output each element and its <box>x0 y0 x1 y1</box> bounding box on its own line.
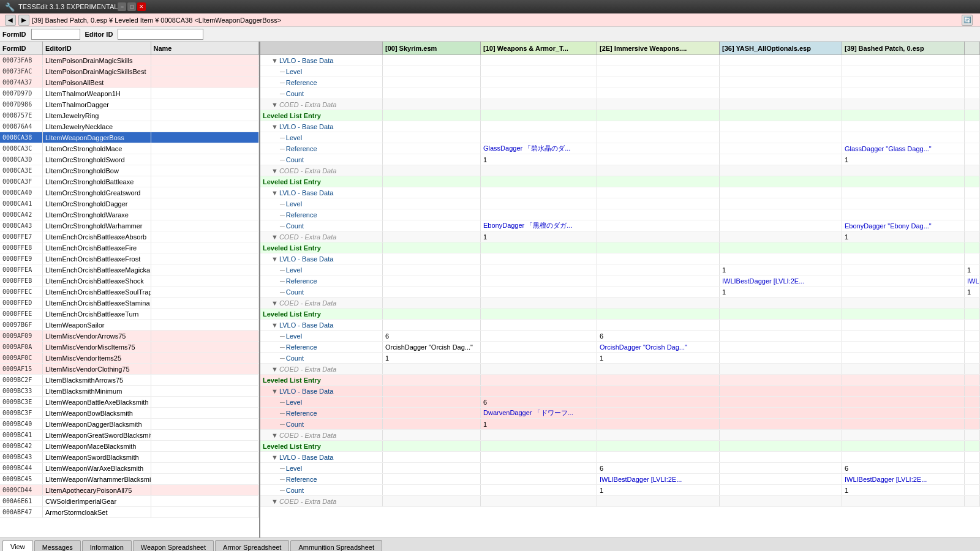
list-item[interactable]: 0009BC41LItemWeaponGreatSwordBlacksmith <box>0 430 259 441</box>
tree-row: ▼LVLO - Base Data <box>260 187 980 198</box>
cell-formid: 000ABF47 <box>0 507 43 517</box>
list-item[interactable]: 0009BC40LItemWeaponDaggerBlacksmith <box>0 419 259 430</box>
right-content[interactable]: ▼LVLO - Base Data─Level─Reference─Count▼… <box>260 55 980 538</box>
nav-prev-button[interactable]: 🔄 <box>962 15 973 26</box>
cell-formid: 0008CA38 <box>0 132 43 143</box>
list-item[interactable]: 0009BC45LItemWeaponWarhammerBlacksmith..… <box>0 474 259 485</box>
form-id-input[interactable] <box>31 29 80 40</box>
list-item[interactable]: 0009BC44LItemWeaponWarAxeBlacksmith <box>0 463 259 474</box>
back-button[interactable]: ◀ <box>5 15 16 26</box>
tree-cell-col5: IWLIBestDagger [LVLI:2E... <box>965 276 980 286</box>
list-item[interactable]: 0009AF0CLItemMiscVendorItems25 <box>0 353 259 364</box>
cell-name <box>151 110 260 121</box>
list-item[interactable]: 0008CA40LItemOrcStrongholdGreatsword <box>0 187 259 198</box>
list-item[interactable]: 0008FFEDLItemEnchOrcishBattleaxeStamina <box>0 298 259 309</box>
list-item[interactable]: 000ABF47ArmorStormcloakSet <box>0 507 259 518</box>
left-list[interactable]: 00073FABLItemPoisonDrainMagicSkills00073… <box>0 55 259 538</box>
list-item[interactable]: 0009BC3FLItemWeaponBowBlacksmith <box>0 408 259 419</box>
tab-messages[interactable]: Messages <box>34 540 81 551</box>
cell-formid: 0007D97D <box>0 88 43 99</box>
tree-cell-col4: GlassDagger "Glass Dagg..." <box>842 143 965 154</box>
right-col-2: [10] Weapons & Armor_T... <box>481 42 597 54</box>
tree-label: ─Reference <box>260 408 383 418</box>
tab-view[interactable]: View <box>2 540 33 551</box>
tab-armor-spreadsheet[interactable]: Armor Spreadsheet <box>215 540 289 551</box>
list-item[interactable]: 0009BC42LItemWeaponMaceBlacksmith <box>0 441 259 452</box>
tree-cell-col0: 6 <box>383 331 481 341</box>
form-id-bar: FormID Editor ID <box>0 27 980 42</box>
list-item[interactable]: 00074A37LItemPoisonAllBest <box>0 77 259 88</box>
tree-cell-col1 <box>481 66 597 77</box>
list-item[interactable]: 0009BC43LItemWeaponSwordBlacksmith <box>0 452 259 463</box>
list-item[interactable]: 0007D97DLItemThalmorWeapon1H <box>0 88 259 99</box>
minimize-button[interactable]: − <box>118 2 126 11</box>
tree-cell-col2 <box>597 187 720 198</box>
list-item[interactable]: 0009BC33LItemBlacksmithMinimum <box>0 386 259 397</box>
list-item[interactable]: 0008CA3ELItemOrcStrongholdBow <box>0 165 259 176</box>
tree-row: ▼COED - Extra Data <box>260 99 980 110</box>
cell-name <box>151 463 260 473</box>
tree-label: ─Count <box>260 485 383 495</box>
tree-cell-col5 <box>965 419 980 429</box>
list-item[interactable]: 0007D986LItemThalmorDagger <box>0 99 259 110</box>
list-item[interactable]: 0008FFE7LItemEnchOrcishBattleaxeAbsorb <box>0 231 259 242</box>
tree-row: Leveled List Entry <box>260 110 980 121</box>
cell-name <box>151 264 260 275</box>
tree-cell-col5 <box>965 452 980 462</box>
list-item[interactable]: 0008CA3FLItemOrcStrongholdBattleaxe <box>0 176 259 187</box>
list-item[interactable]: 0008FFEELItemEnchOrcishBattleaxeTurn <box>0 309 259 320</box>
tree-row: Leveled List Entry <box>260 176 980 187</box>
tree-cell-col1 <box>481 165 597 176</box>
list-item[interactable]: 000876A4LItemJewelryNecklace <box>0 121 259 132</box>
list-item[interactable]: 0009AF15LItemMiscVendorClothing75 <box>0 364 259 375</box>
cell-name <box>151 99 260 110</box>
maximize-button[interactable]: □ <box>127 2 136 11</box>
main-area: FormID EditorID Name 00073FABLItemPoison… <box>0 42 980 538</box>
tree-cell-col3 <box>720 452 842 462</box>
list-item[interactable]: 0008CA38LItemWeaponDaggerBoss <box>0 132 259 143</box>
tree-cell-col1 <box>481 342 597 352</box>
list-item[interactable]: 00073FACLItemPoisonDrainMagicSkillsBest <box>0 66 259 77</box>
list-item[interactable]: 0008757ELItemJewelryRing <box>0 110 259 121</box>
forward-button[interactable]: ▶ <box>18 15 29 26</box>
editor-id-input[interactable] <box>118 29 203 40</box>
list-item[interactable]: 0009BC2FLItemBlacksmithArrows75 <box>0 375 259 386</box>
list-item[interactable]: 0008FFE9LItemEnchOrcishBattleaxeFrost <box>0 253 259 264</box>
tree-cell-col1 <box>481 298 597 308</box>
tab-weapon-spreadsheet[interactable]: Weapon Spreadsheet <box>133 540 214 551</box>
list-item[interactable]: 0009CD44LItemApothecaryPoisonAll75 <box>0 485 259 496</box>
tree-cell-col4 <box>842 309 965 319</box>
cell-formid: 0009BC41 <box>0 430 43 440</box>
tree-cell-col3 <box>720 77 842 88</box>
list-item[interactable]: 00073FABLItemPoisonDrainMagicSkills <box>0 55 259 66</box>
list-item[interactable]: 0008FFE8LItemEnchOrcishBattleaxeFire <box>0 242 259 253</box>
list-item[interactable]: 0008CA3CLItemOrcStrongholdMace <box>0 143 259 154</box>
tab-information[interactable]: Information <box>82 540 132 551</box>
list-item[interactable]: 0008CA41LItemOrcStrongholdDagger <box>0 198 259 209</box>
list-item[interactable]: 0009BC3ELItemWeaponBattleAxeBlacksmith <box>0 397 259 408</box>
tree-row: ▼COED - Extra Data <box>260 430 980 441</box>
tree-cell-col3 <box>720 364 842 374</box>
list-item[interactable]: 0009AF09LItemMiscVendorArrows75 <box>0 331 259 342</box>
list-item[interactable]: 0009AF0ALItemMiscVendorMiscItems75 <box>0 342 259 353</box>
tree-cell-col4: 6 <box>842 463 965 473</box>
tree-cell-col2: 1 <box>597 485 720 495</box>
tree-label: ▼COED - Extra Data <box>260 165 383 176</box>
cell-formid: 0008CA42 <box>0 209 43 220</box>
list-item[interactable]: 0008CA43LItemOrcStrongholdWarhammer <box>0 220 259 231</box>
tree-cell-col5 <box>965 187 980 198</box>
cell-editorid: LItemOrcStrongholdWaraxe <box>43 209 151 220</box>
list-item[interactable]: 0008FFECLItemEnchOrcishBattleaxeSoulTrap <box>0 287 259 298</box>
list-item[interactable]: 000A6E61CWSoldierImperialGear <box>0 496 259 507</box>
list-item[interactable]: 0008CA3DLItemOrcStrongholdSword <box>0 154 259 165</box>
tree-row: ─ReferenceOrcishDagger "Orcish Dag..."Or… <box>260 342 980 353</box>
list-item[interactable]: 00097B6FLItemWeaponSailor <box>0 320 259 331</box>
tree-cell-col4 <box>842 77 965 88</box>
list-item[interactable]: 0008FFEALItemEnchOrcishBattleaxeMagicka <box>0 264 259 276</box>
close-button[interactable]: ✕ <box>137 2 146 11</box>
tab-ammunition-spreadsheet[interactable]: Ammunition Spreadsheet <box>290 540 382 551</box>
list-item[interactable]: 0008CA42LItemOrcStrongholdWaraxe <box>0 209 259 220</box>
tree-label: ▼LVLO - Base Data <box>260 55 383 66</box>
tree-cell-col4: 1 <box>842 231 965 242</box>
list-item[interactable]: 0008FFEBLItemEnchOrcishBattleaxeShock <box>0 276 259 287</box>
